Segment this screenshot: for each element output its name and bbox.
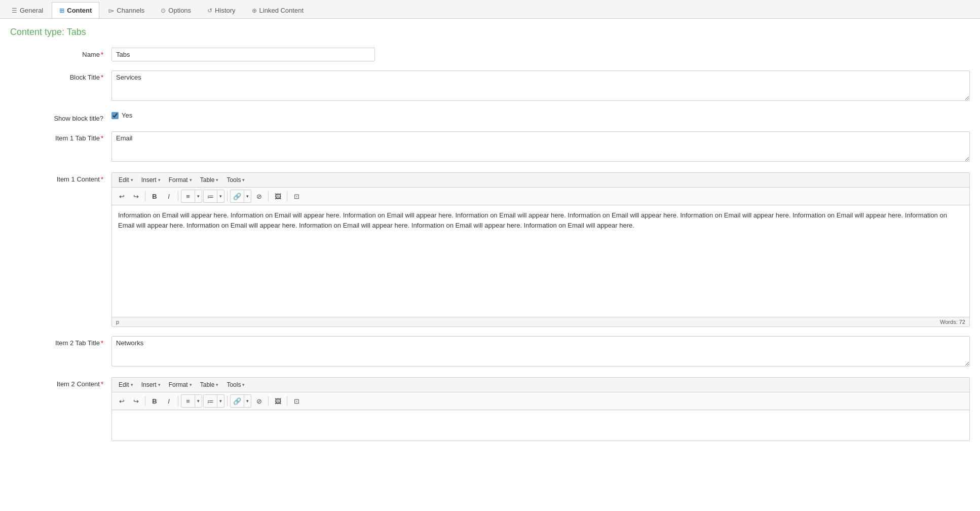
menu-insert[interactable]: Insert ▾	[138, 175, 164, 185]
main-content: Content type: Tabs Name* Block Title* Se…	[0, 19, 980, 458]
item2-tab-title-input[interactable]: Networks	[111, 336, 970, 367]
redo-button[interactable]: ↪	[129, 190, 142, 202]
separator-4	[268, 191, 269, 201]
link-caret[interactable]: ▾	[244, 190, 251, 202]
item2-ordered-list-group: ≔ ▾	[203, 394, 224, 408]
item2-italic-button[interactable]: I	[162, 395, 175, 407]
item2-link-button[interactable]: 🔗	[231, 395, 244, 407]
word-count: Words: 72	[940, 319, 965, 325]
item2-menu-tools[interactable]: Tools ▾	[223, 380, 248, 390]
separator-1	[145, 191, 145, 201]
item2-menu-edit[interactable]: Edit ▾	[115, 380, 137, 390]
show-block-title-row: Show block title? Yes	[10, 112, 970, 122]
nav-tabs: ☰ General ⊞ Content ⌲ Channels ⊙ Options…	[0, 0, 980, 19]
edit-arrow: ▾	[131, 177, 133, 182]
html-tag: p	[116, 319, 119, 325]
item2-link-caret[interactable]: ▾	[244, 395, 251, 407]
item1-content-container: Edit ▾ Insert ▾ Format ▾ Table ▾	[111, 172, 970, 327]
item2-ordered-list-caret[interactable]: ▾	[217, 395, 224, 407]
item2-redo-button[interactable]: ↪	[129, 395, 142, 407]
name-row: Name*	[10, 48, 970, 61]
bold-button[interactable]: B	[148, 190, 161, 202]
item2-undo-button[interactable]: ↩	[115, 395, 128, 407]
item2-ordered-list-button[interactable]: ≔	[204, 395, 217, 407]
options-icon: ⊙	[161, 7, 166, 14]
channels-icon: ⌲	[108, 7, 114, 14]
format-arrow: ▾	[190, 177, 192, 182]
link-button[interactable]: 🔗	[231, 190, 244, 202]
content-icon: ⊞	[59, 7, 64, 14]
menu-edit[interactable]: Edit ▾	[115, 175, 137, 185]
image-button[interactable]: 🖼	[271, 190, 284, 202]
fullscreen-button[interactable]: ⊡	[290, 190, 303, 202]
block-title-field-container: Services	[111, 70, 970, 102]
link-group: 🔗 ▾	[230, 190, 251, 203]
general-icon: ☰	[12, 7, 17, 14]
show-block-title-checkbox[interactable]	[111, 112, 119, 119]
tab-channels-label: Channels	[117, 7, 144, 14]
separator-2	[178, 191, 178, 201]
insert-arrow: ▾	[158, 177, 161, 182]
item2-tools-arrow: ▾	[242, 382, 245, 387]
linked-content-icon: ⊕	[252, 7, 257, 14]
item1-editor-statusbar: p Words: 72	[112, 317, 969, 326]
item2-separator-1	[145, 396, 145, 406]
tab-general-label: General	[20, 7, 43, 14]
separator-3	[227, 191, 228, 201]
item2-image-button[interactable]: 🖼	[271, 395, 284, 407]
item2-content-row: Item 2 Content* Edit ▾ Insert ▾ Format	[10, 377, 970, 441]
unordered-list-button[interactable]: ≡	[181, 190, 195, 202]
tab-channels[interactable]: ⌲ Channels	[100, 2, 152, 18]
item1-editor-content[interactable]: Information on Email will appear here. I…	[112, 205, 969, 317]
block-title-row: Block Title* Services	[10, 70, 970, 102]
item2-edit-arrow: ▾	[131, 382, 133, 387]
menu-tools[interactable]: Tools ▾	[223, 175, 248, 185]
item2-fullscreen-button[interactable]: ⊡	[290, 395, 303, 407]
tab-general[interactable]: ☰ General	[4, 2, 51, 18]
ordered-list-caret[interactable]: ▾	[217, 190, 224, 202]
item2-bold-button[interactable]: B	[148, 395, 161, 407]
item2-separator-3	[227, 396, 228, 406]
tab-linked-content[interactable]: ⊕ Linked Content	[244, 2, 311, 18]
show-block-title-container: Yes	[111, 112, 970, 119]
item2-content-label: Item 2 Content*	[10, 377, 111, 388]
item2-unordered-list-caret[interactable]: ▾	[195, 395, 202, 407]
item2-separator-4	[268, 396, 269, 406]
ordered-list-group: ≔ ▾	[203, 190, 224, 203]
unordered-list-caret[interactable]: ▾	[195, 190, 202, 202]
item1-tab-title-input[interactable]: Email	[111, 131, 970, 162]
menu-table[interactable]: Table ▾	[197, 175, 222, 185]
item2-unordered-list-button[interactable]: ≡	[181, 395, 195, 407]
block-title-label: Block Title*	[10, 70, 111, 81]
menu-format[interactable]: Format ▾	[165, 175, 196, 185]
tab-content[interactable]: ⊞ Content	[52, 2, 99, 18]
item2-editor-menubar: Edit ▾ Insert ▾ Format ▾ Table ▾	[112, 378, 969, 392]
unlink-button[interactable]: ⊘	[252, 190, 266, 202]
item2-menu-format[interactable]: Format ▾	[165, 380, 196, 390]
item2-menu-table[interactable]: Table ▾	[197, 380, 222, 390]
item1-tab-title-label: Item 1 Tab Title*	[10, 131, 111, 142]
item2-editor-toolbar: ↩ ↪ B I ≡ ▾ ≔ ▾ 🔗	[112, 392, 969, 410]
item2-editor-content[interactable]	[112, 410, 969, 441]
item2-content-container: Edit ▾ Insert ▾ Format ▾ Table ▾	[111, 377, 970, 441]
ordered-list-button[interactable]: ≔	[204, 190, 217, 202]
table-arrow: ▾	[216, 177, 218, 182]
block-title-input[interactable]: Services	[111, 70, 970, 101]
show-block-title-label: Show block title?	[10, 112, 111, 122]
undo-button[interactable]: ↩	[115, 190, 128, 202]
tab-history[interactable]: ↺ History	[200, 2, 243, 18]
name-input[interactable]	[111, 48, 375, 61]
checkbox-row: Yes	[111, 112, 970, 119]
item1-content-label: Item 1 Content*	[10, 172, 111, 183]
item2-table-arrow: ▾	[216, 382, 218, 387]
item2-tab-title-label: Item 2 Tab Title*	[10, 336, 111, 347]
tools-arrow: ▾	[242, 177, 245, 182]
tab-options-label: Options	[168, 7, 191, 14]
item2-tab-title-container: Networks	[111, 336, 970, 368]
item2-menu-insert[interactable]: Insert ▾	[138, 380, 164, 390]
tab-options[interactable]: ⊙ Options	[153, 2, 199, 18]
name-label: Name*	[10, 48, 111, 58]
item2-unlink-button[interactable]: ⊘	[252, 395, 266, 407]
italic-button[interactable]: I	[162, 190, 175, 202]
item2-tab-title-row: Item 2 Tab Title* Networks	[10, 336, 970, 368]
